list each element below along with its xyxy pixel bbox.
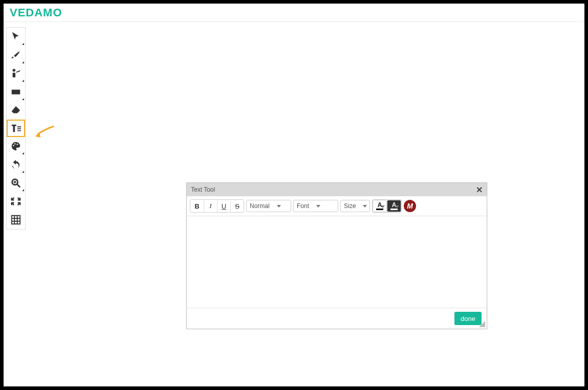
color-group: A A bbox=[372, 199, 402, 213]
text-icon bbox=[10, 123, 21, 134]
font-select[interactable]: Font bbox=[293, 200, 338, 212]
bold-button[interactable]: B bbox=[190, 200, 204, 212]
brand-logo: VEDAMO bbox=[10, 6, 62, 19]
brush-icon bbox=[10, 50, 21, 61]
dialog-title-label: Text Tool bbox=[191, 186, 215, 193]
bg-color-swatch bbox=[390, 209, 398, 210]
bg-color-button[interactable]: A bbox=[387, 200, 401, 212]
submenu-indicator-icon bbox=[22, 43, 24, 45]
dialog-titlebar[interactable]: Text Tool ✕ bbox=[187, 183, 487, 196]
font-select-label: Font bbox=[297, 202, 309, 210]
eraser-icon bbox=[10, 105, 21, 116]
chevron-down-icon bbox=[363, 205, 367, 208]
eraser-tool[interactable] bbox=[7, 101, 25, 120]
strike-button[interactable]: S bbox=[230, 200, 244, 212]
chevron-down-icon bbox=[395, 205, 399, 208]
size-select[interactable]: Size bbox=[340, 200, 370, 212]
done-button[interactable]: done bbox=[454, 312, 482, 325]
close-icon[interactable]: ✕ bbox=[476, 185, 483, 195]
text-color-button[interactable]: A bbox=[373, 200, 387, 212]
svg-point-3 bbox=[14, 143, 16, 145]
resize-handle-icon[interactable] bbox=[479, 321, 485, 327]
tool-palette bbox=[6, 27, 26, 230]
undo-icon bbox=[10, 159, 21, 170]
fit-screen-tool[interactable] bbox=[7, 192, 25, 211]
math-button[interactable]: M bbox=[404, 200, 416, 212]
format-select[interactable]: Normal bbox=[246, 200, 291, 212]
submenu-indicator-icon bbox=[22, 98, 24, 100]
grid-tool[interactable] bbox=[7, 211, 25, 229]
chevron-down-icon bbox=[381, 205, 385, 208]
app-window: VEDAMO bbox=[4, 4, 584, 386]
text-tool-dialog: Text Tool ✕ B I U S Normal Font bbox=[186, 182, 487, 329]
collapse-icon bbox=[10, 196, 21, 207]
zoom-icon bbox=[10, 177, 21, 189]
rectangle-icon bbox=[10, 86, 21, 98]
text-editor-area[interactable] bbox=[187, 216, 487, 308]
submenu-indicator-icon bbox=[22, 80, 24, 82]
submenu-indicator-icon bbox=[22, 152, 24, 154]
pointer-tool[interactable] bbox=[7, 28, 25, 46]
text-tool[interactable] bbox=[7, 120, 25, 137]
dialog-footer: done bbox=[187, 308, 487, 329]
text-style-group: B I U S bbox=[190, 199, 244, 213]
annotation-arrow-icon bbox=[34, 125, 55, 141]
submenu-indicator-icon bbox=[22, 61, 24, 63]
italic-button[interactable]: I bbox=[204, 200, 217, 212]
rte-toolbar: B I U S Normal Font Size bbox=[187, 196, 487, 216]
grid-icon bbox=[10, 214, 21, 225]
underline-button[interactable]: U bbox=[217, 200, 230, 212]
chevron-down-icon bbox=[316, 205, 320, 208]
chevron-down-icon bbox=[277, 205, 281, 208]
presenter-tool[interactable] bbox=[7, 64, 25, 83]
presenter-icon bbox=[10, 68, 21, 79]
size-select-label: Size bbox=[344, 202, 356, 210]
undo-tool[interactable] bbox=[7, 155, 25, 174]
submenu-indicator-icon bbox=[22, 171, 24, 173]
svg-line-6 bbox=[17, 185, 20, 188]
svg-point-0 bbox=[13, 69, 15, 72]
color-tool[interactable] bbox=[7, 137, 25, 155]
zoom-tool[interactable] bbox=[7, 174, 25, 192]
pointer-icon bbox=[10, 31, 21, 42]
shape-tool[interactable] bbox=[7, 83, 25, 101]
text-color-swatch bbox=[376, 209, 383, 210]
svg-point-4 bbox=[16, 144, 18, 145]
svg-point-2 bbox=[13, 145, 14, 147]
submenu-indicator-icon bbox=[22, 189, 24, 191]
brush-tool[interactable] bbox=[7, 46, 25, 64]
palette-icon bbox=[10, 141, 21, 152]
format-select-label: Normal bbox=[250, 202, 270, 210]
top-bar: VEDAMO bbox=[4, 4, 584, 22]
svg-rect-1 bbox=[12, 89, 20, 94]
